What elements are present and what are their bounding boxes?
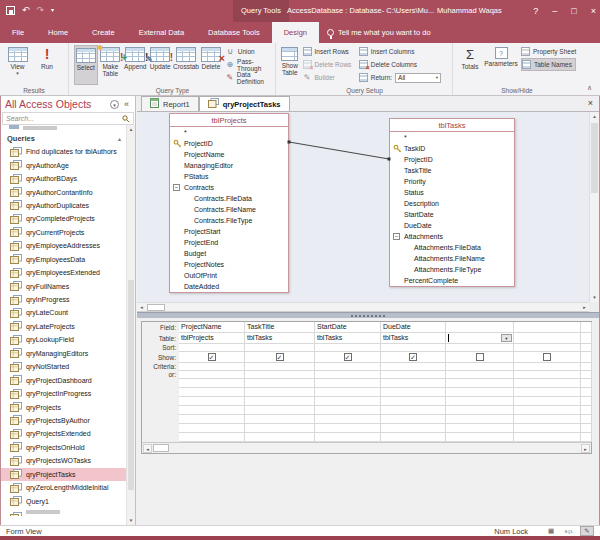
empty-cell[interactable] — [315, 424, 381, 433]
empty-cell[interactable] — [179, 424, 245, 433]
clipped-list-item[interactable] — [1, 125, 135, 132]
table-cell[interactable]: tblTasks — [315, 333, 381, 344]
field-row[interactable]: −Attachments — [390, 231, 514, 242]
sort-cell[interactable] — [381, 344, 446, 352]
empty-cell[interactable] — [514, 397, 581, 406]
collapse-minus-icon[interactable]: − — [173, 184, 180, 191]
empty-cell[interactable] — [581, 379, 592, 388]
field-row[interactable]: Attachments.FileData — [390, 242, 514, 253]
or-cell[interactable] — [315, 371, 381, 379]
field-row[interactable]: * — [390, 132, 514, 143]
empty-cell[interactable] — [381, 379, 446, 388]
empty-cell[interactable] — [581, 433, 592, 442]
field-row[interactable]: DueDate — [390, 220, 514, 231]
return-dropdown[interactable]: All ▾ — [395, 73, 441, 83]
design-vertical-scrollbar[interactable]: ▲ ▼ — [589, 112, 599, 302]
union-button[interactable]: ∪ Union — [226, 45, 275, 58]
empty-cell[interactable] — [315, 388, 381, 397]
field-row[interactable]: ProjectNotes — [170, 259, 288, 270]
scroll-left-icon[interactable]: ◄ — [143, 444, 152, 453]
table-cell[interactable]: tblTasks — [245, 333, 315, 344]
field-row[interactable]: ProjectEnd — [170, 237, 288, 248]
account-name[interactable]: Muhammad Waqas — [437, 0, 502, 22]
table-names-button[interactable]: Table Names — [521, 58, 576, 71]
parameters-button[interactable]: ? Parameters — [483, 45, 519, 85]
grid-horizontal-scrollbar[interactable]: ◄ ► — [142, 442, 591, 453]
empty-cell[interactable] — [581, 397, 592, 406]
sort-cell[interactable] — [179, 344, 245, 352]
empty-cell[interactable] — [446, 406, 514, 415]
empty-cell[interactable] — [446, 397, 514, 406]
minimize-icon[interactable]: – — [552, 6, 557, 16]
show-checkbox[interactable] — [543, 353, 551, 361]
clipped-list-item[interactable] — [1, 508, 127, 516]
field-row[interactable]: Attachments.FileName — [390, 253, 514, 264]
sql-view-icon[interactable]: SQL — [562, 526, 576, 536]
ribbon-tab-file[interactable]: File — [0, 22, 36, 43]
empty-cell[interactable] — [245, 433, 315, 442]
delete-query-button[interactable]: × Delete — [200, 45, 222, 85]
document-tab-qryprojecttasks[interactable]: qryProjectTasks — [199, 96, 290, 111]
empty-cell[interactable] — [581, 415, 592, 424]
empty-cell[interactable] — [245, 406, 315, 415]
field-cell[interactable] — [446, 322, 514, 333]
show-cell[interactable]: ✓ — [245, 352, 315, 363]
empty-cell[interactable] — [581, 424, 592, 433]
design-pane[interactable]: tblTasks*TaskIDProjectIDTaskTitlePriorit… — [137, 112, 589, 302]
criteria-cell[interactable] — [446, 363, 514, 371]
empty-cell[interactable] — [245, 397, 315, 406]
field-row[interactable]: Description — [390, 198, 514, 209]
field-cell[interactable]: StartDate — [315, 322, 381, 333]
ribbon-tab-design[interactable]: Design — [272, 22, 319, 43]
search-input[interactable]: Search... — [2, 112, 134, 125]
field-cell[interactable]: ProjectName — [179, 322, 245, 333]
empty-cell[interactable] — [245, 388, 315, 397]
empty-cell[interactable] — [446, 433, 514, 442]
or-cell[interactable] — [245, 371, 315, 379]
empty-cell[interactable] — [179, 388, 245, 397]
sort-cell[interactable] — [446, 344, 514, 352]
scroll-left-icon[interactable]: ◄ — [137, 303, 146, 312]
nav-menu-icon[interactable]: ▾ — [110, 100, 119, 109]
field-row[interactable]: Budget — [170, 248, 288, 259]
show-cell[interactable] — [514, 352, 581, 363]
criteria-cell[interactable] — [581, 363, 592, 371]
empty-cell[interactable] — [514, 379, 581, 388]
field-cell[interactable]: TaskTitle — [245, 322, 315, 333]
ribbon-tab-home[interactable]: Home — [36, 22, 80, 43]
empty-cell[interactable] — [179, 397, 245, 406]
or-cell[interactable] — [514, 371, 581, 379]
empty-cell[interactable] — [381, 406, 446, 415]
run-button[interactable]: ! Run — [35, 45, 59, 85]
field-row[interactable]: ProjectID — [390, 154, 514, 165]
sort-cell[interactable] — [315, 344, 381, 352]
field-cell[interactable]: DueDate — [381, 322, 446, 333]
field-cell[interactable] — [581, 322, 592, 333]
close-icon[interactable]: × — [591, 6, 596, 16]
empty-cell[interactable] — [381, 388, 446, 397]
scrollbar-thumb[interactable] — [591, 123, 598, 193]
delete-columns-button[interactable]: × Delete Columns — [359, 58, 452, 71]
crosstab-button[interactable]: Crosstab — [173, 45, 199, 85]
field-row[interactable]: StartDate — [390, 209, 514, 220]
document-tab-report1[interactable]: Report1 — [141, 96, 199, 111]
empty-cell[interactable] — [315, 433, 381, 442]
design-horizontal-scrollbar[interactable]: ◄ ► — [137, 302, 589, 312]
field-row[interactable]: Contracts.FileData — [170, 193, 288, 204]
customize-quick-access-icon[interactable]: ▾ — [51, 4, 54, 16]
field-cell[interactable] — [514, 322, 581, 333]
ribbon-tab-database-tools[interactable]: Database Tools — [196, 22, 272, 43]
save-icon[interactable] — [6, 6, 15, 15]
table-cell[interactable]: tblProjects — [179, 333, 245, 344]
field-row[interactable]: −Contracts — [170, 182, 288, 193]
criteria-cell[interactable] — [245, 363, 315, 371]
scrollbar-thumb[interactable] — [128, 280, 134, 490]
field-row[interactable]: PStatus — [170, 171, 288, 182]
select-query-button[interactable]: Select — [74, 45, 98, 85]
pass-through-button[interactable]: ⊕ Pass-Through — [226, 58, 275, 71]
table-cell[interactable]: tblTasks — [381, 333, 446, 344]
empty-cell[interactable] — [514, 406, 581, 415]
empty-cell[interactable] — [446, 388, 514, 397]
or-cell[interactable] — [381, 371, 446, 379]
design-view-icon[interactable]: ✎ — [580, 526, 594, 536]
